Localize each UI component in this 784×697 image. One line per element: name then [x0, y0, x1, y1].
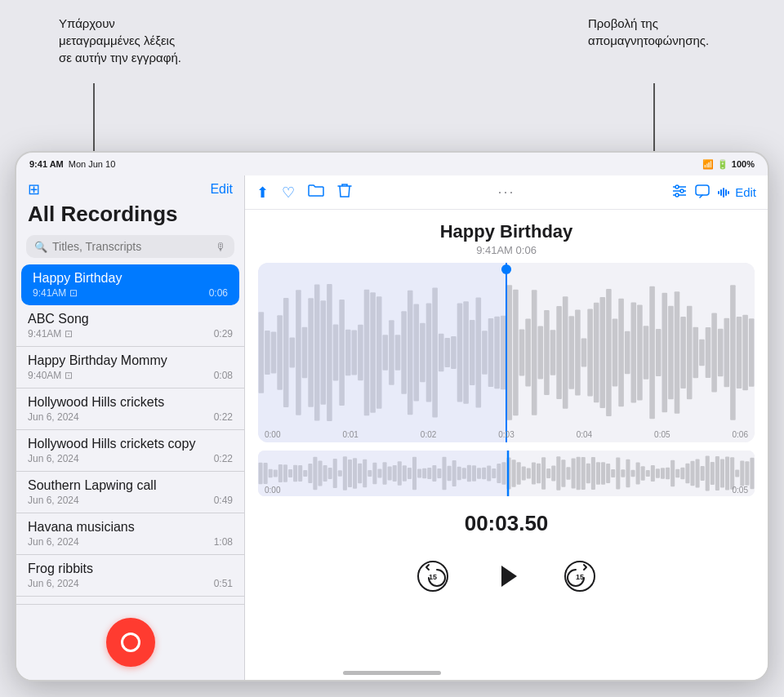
search-bar[interactable]: 🔍 🎙 — [26, 235, 234, 258]
svg-rect-80 — [675, 291, 680, 414]
svg-rect-67 — [594, 303, 599, 402]
svg-rect-93 — [258, 263, 506, 442]
waveform-main-svg — [258, 263, 755, 442]
folder-icon[interactable] — [308, 183, 324, 202]
svg-marker-201 — [501, 566, 517, 587]
svg-rect-76 — [649, 286, 655, 420]
rec-title: Hollywood Hills crickets — [28, 395, 233, 410]
rec-time: Jun 6, 2024 — [28, 536, 79, 548]
svg-rect-84 — [699, 340, 705, 366]
svg-rect-181 — [675, 469, 679, 478]
detail-panel: ⬆ ♡ ··· — [245, 175, 768, 680]
svg-text:15: 15 — [429, 573, 437, 581]
options-icon[interactable] — [671, 184, 688, 202]
svg-rect-182 — [680, 468, 684, 479]
rec-title: Happy Birthday — [33, 271, 228, 286]
search-input[interactable] — [52, 240, 211, 253]
mic-icon[interactable]: 🎙 — [216, 241, 226, 253]
recording-title: Happy Birthday — [245, 221, 768, 242]
waveform-edit-button[interactable]: Edit — [717, 185, 756, 199]
recordings-list: Happy Birthday 9:41AM ⊡ 0:06 ABC Song 9:… — [16, 264, 244, 604]
skip-forward-button[interactable]: 15 — [559, 556, 600, 597]
transcript-icon[interactable] — [694, 184, 710, 202]
svg-rect-60 — [550, 330, 556, 375]
wifi-icon: 📶 — [702, 159, 714, 170]
svg-rect-174 — [641, 466, 645, 481]
svg-rect-54 — [513, 290, 519, 415]
svg-rect-185 — [696, 459, 700, 488]
mini-time-labels: 0:00 0:05 — [258, 486, 755, 495]
favorite-icon[interactable]: ♡ — [282, 184, 295, 202]
svg-rect-70 — [612, 318, 618, 386]
svg-rect-186 — [701, 466, 705, 481]
svg-rect-167 — [606, 464, 610, 483]
svg-point-3 — [675, 185, 679, 189]
delete-icon[interactable] — [337, 182, 352, 202]
svg-rect-148 — [512, 459, 516, 486]
recording-item[interactable]: Hollywood Hills crickets copy Jun 6, 202… — [16, 430, 244, 472]
rec-title: Hollywood Hills crickets copy — [28, 437, 233, 451]
recording-item[interactable]: Happy Birthday 9:41AM ⊡ 0:06 — [21, 264, 239, 305]
svg-rect-158 — [561, 459, 565, 487]
sidebar-collapse-icon[interactable]: ⊞ — [28, 180, 40, 198]
play-button[interactable] — [486, 556, 527, 597]
toolbar-left: ⬆ ♡ — [256, 182, 352, 202]
recording-item[interactable]: Hollywood Hills crickets Jun 6, 2024 0:2… — [16, 388, 244, 430]
svg-rect-177 — [656, 468, 660, 477]
rec-meta: Jun 6, 2024 0:22 — [28, 411, 233, 423]
rec-time: Jun 6, 2024 — [28, 578, 79, 589]
status-left: 9:41 AM Mon Jun 10 — [29, 159, 115, 169]
rec-time: 9:41AM — [33, 287, 66, 299]
rec-meta: Jun 6, 2024 0:49 — [28, 495, 233, 506]
svg-rect-75 — [644, 326, 649, 380]
svg-rect-172 — [631, 470, 635, 477]
recording-item[interactable]: Frog ribbits Jun 6, 2024 0:51 — [16, 555, 244, 597]
svg-rect-74 — [637, 305, 643, 401]
svg-rect-163 — [586, 464, 590, 484]
skip-back-button[interactable]: 15 — [412, 556, 453, 597]
svg-rect-162 — [581, 457, 586, 490]
toolbar-right: Edit — [671, 184, 756, 202]
record-button[interactable] — [106, 618, 155, 667]
svg-rect-86 — [711, 313, 717, 392]
svg-rect-88 — [724, 318, 730, 388]
svg-rect-63 — [569, 316, 575, 389]
svg-rect-56 — [525, 319, 531, 387]
status-time: 9:41 AM — [29, 159, 64, 169]
sidebar-title: All Recordings — [28, 202, 233, 227]
share-icon[interactable]: ⬆ — [256, 184, 269, 202]
rec-time: Jun 6, 2024 — [28, 453, 79, 464]
home-indicator — [343, 671, 441, 675]
recording-item[interactable]: Happy Birthday Mommy 9:40AM ⊡ 0:08 — [16, 347, 244, 388]
svg-rect-57 — [532, 290, 537, 415]
recording-item[interactable]: Southern Lapwing call Jun 6, 2024 0:49 — [16, 472, 244, 513]
waveform-container: 0:00 0:01 0:02 0:03 0:04 0:05 0:06 — [245, 263, 768, 680]
waveform-mini[interactable]: 0:00 0:05 — [258, 451, 755, 496]
waveform-main[interactable]: 0:00 0:01 0:02 0:03 0:04 0:05 0:06 — [258, 263, 755, 442]
rec-meta: 9:41AM ⊡ 0:06 — [33, 287, 228, 299]
recording-title-area: Happy Birthday 9:41AM 0:06 — [245, 210, 768, 263]
svg-rect-87 — [718, 329, 724, 377]
sidebar-edit-button[interactable]: Edit — [210, 182, 233, 197]
recording-item[interactable]: ABC Song 9:41AM ⊡ 0:29 — [16, 305, 244, 347]
rec-duration: 0:22 — [214, 411, 233, 423]
sidebar-top-row: ⊞ Edit — [16, 175, 244, 200]
toolbar-dots[interactable]: ··· — [497, 184, 514, 201]
svg-rect-196 — [750, 458, 754, 489]
svg-rect-149 — [517, 462, 521, 485]
svg-rect-89 — [730, 285, 736, 420]
svg-rect-61 — [556, 306, 562, 399]
svg-rect-72 — [625, 331, 630, 375]
svg-rect-58 — [538, 326, 544, 380]
svg-rect-184 — [690, 461, 694, 486]
svg-rect-193 — [735, 470, 739, 477]
waveform-time-labels: 0:00 0:01 0:02 0:03 0:04 0:05 0:06 — [258, 430, 755, 439]
recording-item[interactable]: Havana musicians Jun 6, 2024 1:08 — [16, 513, 244, 555]
record-button-inner — [121, 633, 140, 652]
svg-rect-59 — [544, 310, 550, 395]
app-layout: ⊞ Edit All Recordings 🔍 🎙 Happy Birthday… — [16, 175, 768, 680]
rec-meta: Jun 6, 2024 0:22 — [28, 453, 233, 464]
svg-rect-8 — [720, 189, 722, 196]
rec-duration: 0:29 — [214, 328, 233, 340]
rec-meta: Jun 6, 2024 1:08 — [28, 536, 233, 548]
